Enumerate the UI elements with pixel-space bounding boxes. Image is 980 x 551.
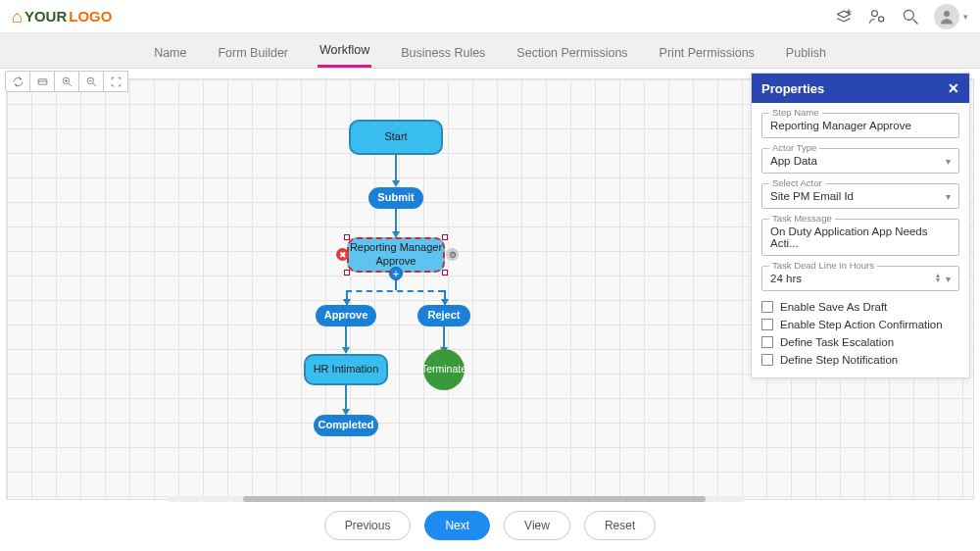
edge-reject-terminate <box>443 326 445 347</box>
tab-name[interactable]: Name <box>152 38 188 68</box>
zoom-in-button[interactable] <box>54 71 79 92</box>
edge-start-submit <box>395 155 397 180</box>
node-start[interactable]: Start <box>349 120 443 155</box>
select-actor-label: Select Actor <box>769 177 825 188</box>
select-actor-select[interactable]: Select Actor Site PM Email Id ▾ <box>761 183 959 209</box>
check-enable-save-as-draft[interactable]: Enable Save As Draft <box>761 301 959 313</box>
task-message-value: On Duty Application App Needs Acti... <box>770 225 951 249</box>
pan-button[interactable] <box>29 71 55 92</box>
resize-handle[interactable] <box>442 234 448 240</box>
step-name-field[interactable]: Step Name Reporting Manager Approve <box>761 113 959 138</box>
check-enable-step-action-confirmation[interactable]: Enable Step Action Confirmation <box>761 319 959 330</box>
edge-rma-split <box>395 280 397 290</box>
node-completed[interactable]: Completed <box>314 415 378 436</box>
checkbox-icon <box>761 336 773 348</box>
task-message-field[interactable]: Task Message On Duty Application App Nee… <box>761 219 959 256</box>
close-properties-icon[interactable]: ✕ <box>948 80 959 96</box>
svg-line-5 <box>913 19 918 24</box>
properties-title: Properties <box>761 81 824 96</box>
tab-business-rules[interactable]: Business Rules <box>399 38 487 68</box>
tab-publish[interactable]: Publish <box>784 38 828 68</box>
reset-button[interactable]: Reset <box>584 511 656 540</box>
arrowhead-icon <box>342 347 350 354</box>
edge-hr-completed <box>345 385 347 409</box>
resize-handle[interactable] <box>344 234 350 240</box>
arrowhead-icon <box>392 180 400 187</box>
svg-line-10 <box>69 83 72 86</box>
properties-panel: Properties ✕ Step Name Reporting Manager… <box>751 73 970 378</box>
task-deadline-label: Task Dead Line In Hours <box>769 260 877 271</box>
resize-handle[interactable] <box>442 270 448 276</box>
svg-line-14 <box>93 83 96 86</box>
view-button[interactable]: View <box>504 511 570 540</box>
tab-bar: Name Form Builder Workflow Business Rule… <box>0 33 980 69</box>
stepper-down-icon[interactable]: ▾ <box>936 278 940 283</box>
check-define-task-escalation[interactable]: Define Task Escalation <box>761 336 959 348</box>
footer: Previous Next View Reset <box>0 506 980 545</box>
svg-rect-7 <box>38 78 47 83</box>
checkbox-icon <box>761 354 773 366</box>
actor-type-value: App Data <box>770 155 817 167</box>
tab-workflow[interactable]: Workflow <box>318 35 371 68</box>
tab-form-builder[interactable]: Form Builder <box>216 38 290 68</box>
select-actor-value: Site PM Email Id <box>770 190 854 202</box>
task-deadline-stepper[interactable]: Task Dead Line In Hours 24 hrs ▴▾ ▾ <box>761 266 959 291</box>
node-hr-intimation[interactable]: HR Intimation <box>304 354 388 385</box>
avatar-chevron-down-icon[interactable]: ▾ <box>963 12 968 22</box>
check-label: Define Task Escalation <box>780 336 894 348</box>
user-avatar[interactable] <box>934 4 959 29</box>
add-branch-icon[interactable]: + <box>389 267 403 280</box>
check-define-step-notification[interactable]: Define Step Notification <box>761 354 959 366</box>
svg-point-4 <box>904 10 913 20</box>
user-settings-icon[interactable] <box>867 7 887 26</box>
logo: ⌂ YOUR LOGO <box>12 8 112 25</box>
step-name-value: Reporting Manager Approve <box>770 120 911 131</box>
edge-split-h <box>346 290 444 292</box>
node-reject[interactable]: Reject <box>417 305 470 326</box>
horizontal-scrollbar[interactable] <box>167 496 745 502</box>
tab-section-permissions[interactable]: Section Permissions <box>514 38 629 68</box>
tab-print-permissions[interactable]: Print Permissions <box>658 38 757 68</box>
svg-point-2 <box>872 10 878 16</box>
check-label: Define Step Notification <box>780 354 898 366</box>
chevron-down-icon: ▾ <box>946 274 951 284</box>
node-submit[interactable]: Submit <box>368 187 423 209</box>
search-icon[interactable] <box>901 7 920 26</box>
node-approve[interactable]: Approve <box>316 305 376 326</box>
edge-approve-hr <box>345 326 347 347</box>
task-message-label: Task Message <box>769 213 835 224</box>
previous-button[interactable]: Previous <box>324 511 412 540</box>
checkbox-icon <box>761 319 773 330</box>
node-settings-icon[interactable]: ⚙ <box>446 248 459 261</box>
delete-node-icon[interactable]: ✖ <box>336 248 349 261</box>
svg-point-6 <box>944 11 950 17</box>
next-button[interactable]: Next <box>424 511 490 540</box>
zoom-out-button[interactable] <box>78 71 104 92</box>
fit-screen-button[interactable] <box>103 71 128 92</box>
refresh-button[interactable] <box>5 71 30 92</box>
actor-type-select[interactable]: Actor Type App Data ▾ <box>761 148 959 174</box>
step-name-label: Step Name <box>769 107 822 118</box>
checkbox-icon <box>761 301 773 313</box>
svg-point-3 <box>879 17 884 22</box>
check-label: Enable Save As Draft <box>780 301 887 313</box>
edge-submit-rma <box>395 209 397 231</box>
chevron-down-icon: ▾ <box>946 191 951 202</box>
logo-part-1: YOUR <box>24 8 67 25</box>
task-deadline-value: 24 hrs <box>770 273 802 284</box>
layers-icon[interactable] <box>834 7 854 26</box>
actor-type-label: Actor Type <box>769 142 819 153</box>
check-label: Enable Step Action Confirmation <box>780 319 943 330</box>
chevron-down-icon: ▾ <box>946 156 951 167</box>
scrollbar-thumb[interactable] <box>243 496 706 502</box>
resize-handle[interactable] <box>344 270 350 276</box>
node-terminate[interactable]: Terminate <box>423 349 465 390</box>
canvas-toolbar <box>6 71 128 92</box>
logo-part-2: LOGO <box>69 8 112 25</box>
